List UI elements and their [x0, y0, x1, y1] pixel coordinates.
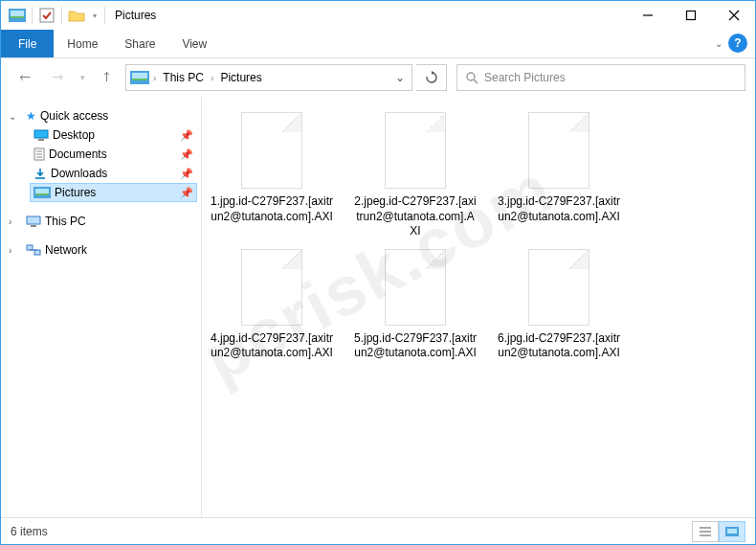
- tree-quick-access[interactable]: ⌄ ★ Quick access: [5, 106, 197, 125]
- ribbon-expand-icon[interactable]: ⌄: [715, 38, 723, 49]
- pin-icon: 📌: [180, 129, 193, 142]
- maximize-button[interactable]: [669, 1, 712, 30]
- window-controls: [626, 1, 755, 30]
- qat-dropdown-icon[interactable]: ▾: [89, 5, 100, 26]
- network-label: Network: [45, 243, 87, 257]
- file-blank-icon: [385, 112, 446, 189]
- file-name: 2.jpeg.id-C279F237.[axitrun2@tutanota.co…: [353, 194, 478, 239]
- svg-rect-26: [34, 250, 40, 255]
- file-item[interactable]: 6.jpg.id-C279F237.[axitrun2@tutanota.com…: [497, 249, 621, 361]
- sidebar-item-label: Documents: [49, 148, 107, 161]
- svg-point-11: [467, 73, 475, 80]
- file-item[interactable]: 1.jpg.id-C279F237.[axitrun2@tutanota.com…: [210, 112, 334, 239]
- file-name: 6.jpg.id-C279F237.[axitrun2@tutanota.com…: [497, 331, 621, 361]
- file-blank-icon: [241, 112, 302, 189]
- view-details-button[interactable]: [692, 521, 719, 542]
- sidebar-item-label: Pictures: [55, 186, 96, 199]
- recent-locations-dropdown-icon[interactable]: ▾: [76, 64, 89, 91]
- chevron-right-icon[interactable]: ›: [153, 73, 156, 83]
- tree-this-pc[interactable]: › This PC: [5, 212, 197, 231]
- tab-share[interactable]: Share: [111, 30, 168, 57]
- file-menu-button[interactable]: File: [1, 30, 54, 57]
- file-name: 3.jpg.id-C279F237.[axitrun2@tutanota.com…: [497, 194, 621, 224]
- sidebar-item-label: Downloads: [51, 167, 107, 180]
- file-name: 5.jpg.id-C279F237.[axitrun2@tutanota.com…: [353, 331, 478, 361]
- file-grid[interactable]: 1.jpg.id-C279F237.[axitrun2@tutanota.com…: [202, 97, 755, 517]
- search-placeholder: Search Pictures: [484, 71, 566, 84]
- minimize-button[interactable]: [626, 1, 669, 30]
- explorer-app-icon: [7, 5, 28, 26]
- network-icon: [26, 244, 41, 256]
- breadcrumb-dropdown-icon[interactable]: ⌄: [389, 71, 411, 84]
- file-item[interactable]: 5.jpg.id-C279F237.[axitrun2@tutanota.com…: [353, 249, 478, 361]
- quick-access-label: Quick access: [40, 109, 108, 123]
- desktop-icon: [33, 129, 49, 141]
- qat-folder-icon[interactable]: [66, 5, 87, 26]
- search-icon: [465, 71, 478, 84]
- this-pc-label: This PC: [45, 215, 86, 228]
- ribbon: File Home Share View ⌄ ?: [1, 30, 755, 58]
- svg-rect-10: [132, 79, 147, 80]
- help-icon[interactable]: ?: [728, 34, 747, 53]
- window-title: Pictures: [107, 9, 156, 22]
- svg-rect-32: [727, 529, 737, 534]
- downloads-icon: [33, 167, 47, 180]
- computer-icon: [26, 216, 41, 227]
- collapse-icon[interactable]: ⌄: [9, 111, 22, 122]
- star-icon: ★: [26, 109, 36, 123]
- svg-line-12: [474, 79, 478, 83]
- back-button[interactable]: 🡐: [11, 64, 39, 91]
- documents-icon: [33, 148, 45, 161]
- breadcrumb[interactable]: › This PC › Pictures ⌄: [125, 64, 412, 91]
- svg-rect-13: [34, 130, 48, 138]
- file-name: 4.jpg.id-C279F237.[axitrun2@tutanota.com…: [210, 331, 334, 361]
- nav-bar: 🡐 🡒 ▾ 🡑 › This PC › Pictures ⌄ Search Pi…: [1, 58, 755, 97]
- nav-tree: ⌄ ★ Quick access Desktop📌Documents📌Downl…: [1, 97, 202, 517]
- tab-view[interactable]: View: [168, 30, 220, 57]
- expand-icon[interactable]: ›: [9, 216, 22, 227]
- file-name: 1.jpg.id-C279F237.[axitrun2@tutanota.com…: [210, 194, 334, 224]
- svg-rect-3: [40, 9, 54, 22]
- quick-access-toolbar: ▾: [1, 5, 107, 26]
- svg-rect-23: [27, 216, 40, 224]
- sidebar-item-pictures[interactable]: Pictures📌: [30, 183, 197, 202]
- qat-checkbox-icon[interactable]: [36, 5, 57, 26]
- status-bar: 6 items: [1, 517, 755, 544]
- file-blank-icon: [528, 112, 589, 189]
- tab-home[interactable]: Home: [54, 30, 111, 57]
- sidebar-item-desktop[interactable]: Desktop📌: [30, 125, 197, 145]
- chevron-right-icon[interactable]: ›: [211, 73, 213, 83]
- file-item[interactable]: 4.jpg.id-C279F237.[axitrun2@tutanota.com…: [210, 249, 334, 361]
- pictures-folder-icon: [130, 71, 149, 84]
- breadcrumb-this-pc[interactable]: This PC: [160, 71, 207, 84]
- forward-button[interactable]: 🡒: [43, 64, 72, 91]
- svg-rect-14: [38, 139, 44, 141]
- refresh-button[interactable]: [416, 64, 447, 91]
- search-input[interactable]: Search Pictures: [456, 64, 745, 91]
- file-blank-icon: [241, 249, 302, 326]
- svg-rect-2: [11, 16, 24, 18]
- file-blank-icon: [528, 249, 589, 326]
- tree-network[interactable]: › Network: [5, 240, 197, 260]
- status-item-count: 6 items: [11, 525, 48, 538]
- pin-icon: 📌: [180, 168, 193, 180]
- file-blank-icon: [385, 249, 446, 326]
- sidebar-item-documents[interactable]: Documents📌: [30, 145, 197, 164]
- expand-icon[interactable]: ›: [9, 245, 22, 256]
- breadcrumb-pictures[interactable]: Pictures: [217, 71, 264, 84]
- svg-rect-25: [27, 245, 33, 250]
- pin-icon: 📌: [180, 148, 193, 161]
- up-button[interactable]: 🡑: [93, 64, 122, 91]
- svg-rect-5: [686, 11, 695, 20]
- pictures-icon: [33, 187, 51, 198]
- pin-icon: 📌: [180, 187, 193, 199]
- title-bar: ▾ Pictures: [1, 1, 755, 30]
- svg-rect-22: [35, 193, 49, 195]
- file-item[interactable]: 2.jpeg.id-C279F237.[axitrun2@tutanota.co…: [353, 112, 478, 239]
- view-thumbnails-button[interactable]: [719, 521, 745, 542]
- file-item[interactable]: 3.jpg.id-C279F237.[axitrun2@tutanota.com…: [497, 112, 621, 239]
- close-button[interactable]: [712, 1, 755, 30]
- sidebar-item-label: Desktop: [53, 128, 95, 142]
- sidebar-item-downloads[interactable]: Downloads📌: [30, 164, 197, 183]
- svg-rect-24: [31, 225, 36, 227]
